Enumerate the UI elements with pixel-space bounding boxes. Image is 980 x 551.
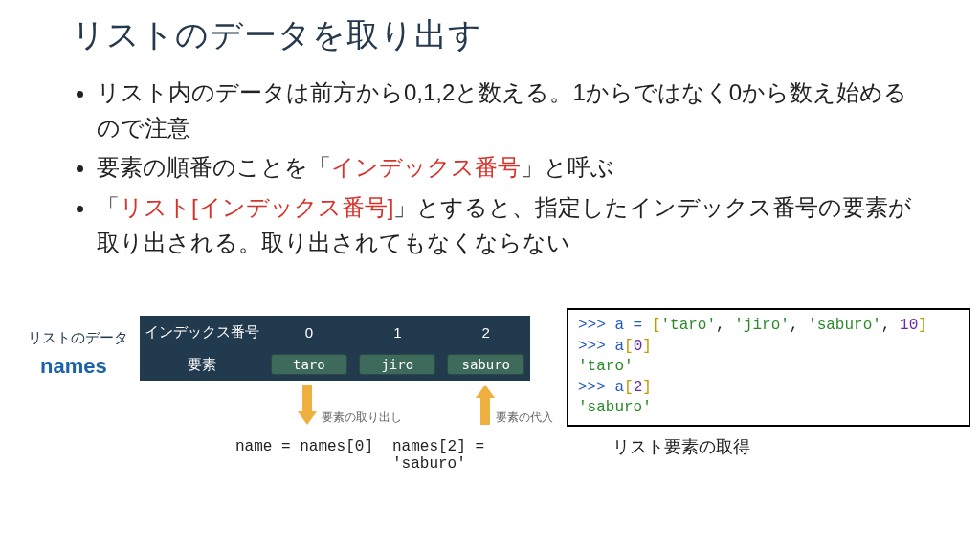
- index-1: 1: [353, 316, 441, 348]
- code-l1f: ,: [790, 317, 808, 334]
- code-out: name = names[0]: [235, 438, 373, 455]
- code-l1h: ,: [881, 317, 900, 334]
- code-l2d: ]: [642, 338, 652, 355]
- bullet-3: 「リスト[インデックス番号]」とすると、指定したインデックス番号の要素が取り出さ…: [97, 189, 914, 260]
- element-2: saburo: [447, 354, 524, 375]
- bullet-2-post: 」と呼ぶ: [521, 154, 614, 180]
- code-l2c: 0: [634, 338, 643, 355]
- bullet-list: リスト内のデータは前方から0,1,2と数える。1からではなく0から数え始めるので…: [72, 75, 914, 264]
- code-caption: リスト要素の取得: [612, 435, 750, 458]
- header-index: インデックス番号: [140, 316, 265, 348]
- element-2-cell: saburo: [442, 348, 530, 381]
- code-l1g: 'saburo': [808, 317, 881, 334]
- code-l1a: >>> a =: [578, 317, 652, 334]
- bullet-3-open-quote: 「: [97, 194, 120, 220]
- bullet-1-text: リスト内のデータは前方から0,1,2と数える。1からではなく0から数え始めるので…: [97, 79, 907, 141]
- code-l1b: [: [652, 317, 661, 334]
- bullet-2: 要素の順番のことを「インデックス番号」と呼ぶ: [97, 149, 914, 185]
- bullet-3-red: リスト[インデックス番号]: [120, 194, 393, 220]
- code-l4d: ]: [642, 379, 652, 396]
- diagram-names-label: names: [40, 354, 107, 379]
- element-0: taro: [271, 354, 347, 375]
- code-l1i: 10: [900, 317, 918, 334]
- code-l2b: [: [624, 338, 634, 355]
- header-element: 要素: [140, 348, 265, 381]
- arrow-out-label: 要素の取り出し: [322, 409, 402, 426]
- index-0: 0: [265, 316, 353, 348]
- arrow-out-icon: [295, 385, 320, 425]
- slide-title: リストのデータを取り出す: [72, 13, 482, 57]
- code-l4c: 2: [634, 379, 643, 396]
- arrow-in-icon: [473, 385, 498, 425]
- code-l1j: ]: [918, 317, 927, 334]
- code-l1d: ,: [716, 317, 734, 334]
- index-table: インデックス番号 0 1 2 要素 taro jiro saburo: [140, 316, 530, 381]
- code-l2a: >>> a: [578, 338, 624, 355]
- code-l4b: [: [624, 379, 634, 396]
- element-1: jiro: [359, 354, 435, 375]
- element-0-cell: taro: [265, 348, 353, 381]
- element-1-cell: jiro: [353, 348, 441, 381]
- diagram-data-label: リストのデータ: [27, 329, 128, 347]
- code-l1c: 'taro': [660, 317, 716, 334]
- bullet-1: リスト内のデータは前方から0,1,2と数える。1からではなく0から数え始めるので…: [97, 75, 914, 145]
- bullet-2-red: インデックス番号: [331, 154, 521, 180]
- index-2: 2: [442, 316, 530, 348]
- arrow-in-label: 要素の代入: [496, 409, 553, 426]
- bullet-2-pre: 要素の順番のことを「: [97, 154, 331, 180]
- code-l4a: >>> a: [578, 379, 624, 396]
- code-box: >>> a = ['taro', 'jiro', 'saburo', 10] >…: [567, 308, 970, 427]
- code-l3: 'taro': [578, 358, 634, 375]
- code-l1e: 'jiro': [734, 317, 790, 334]
- code-in: names[2] = 'saburo': [392, 438, 544, 473]
- code-l5: 'saburo': [578, 399, 652, 416]
